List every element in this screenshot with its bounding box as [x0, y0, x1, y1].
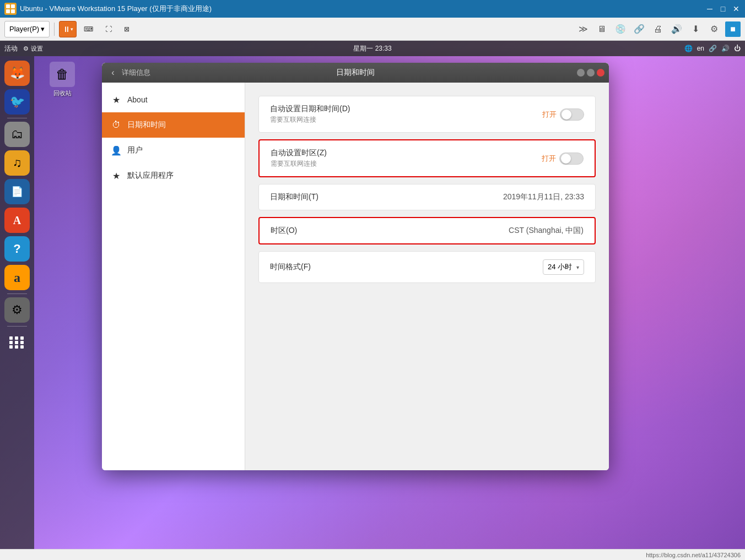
dock-item-firefox[interactable]: 🦊 — [4, 61, 30, 86]
dialog-close-button[interactable] — [597, 69, 604, 77]
player-menu-button[interactable]: Player(P) ▾ — [4, 21, 50, 37]
auto-timezone-toggle[interactable] — [559, 153, 584, 165]
vmware-toolbar: Player(P) ▾ ⏸ ▾ ⌨ ⛶ ⊠ ≫ 🖥 💿 🔗 🖨 🔊 ⬇ ⚙ ■ — [0, 18, 745, 41]
timezone-value: CST (Shanghai, 中国) — [509, 226, 584, 236]
dock-item-amazon[interactable]: a — [4, 265, 30, 290]
taskbar-clock: 星期一 23:33 — [353, 44, 391, 53]
auto-datetime-toggle-knob — [562, 110, 571, 119]
auto-datetime-sublabel: 需要互联网连接 — [270, 115, 350, 124]
app-grid-icon — [9, 336, 25, 349]
sidebar-item-default-apps-label: 默认应用程序 — [127, 171, 174, 181]
sidebar-item-about[interactable]: ★ About — [102, 87, 245, 112]
time-format-label: 时间格式(F) — [270, 262, 311, 272]
dialog-window-controls — [577, 69, 604, 77]
auto-timezone-labels: 自动设置时区(Z) 需要互联网连接 — [271, 148, 327, 168]
auto-timezone-toggle-knob — [561, 154, 571, 164]
settings-dialog: ‹ 详细信息 日期和时间 ★ About ⏱ 日期和时间 — [102, 63, 609, 470]
desktop-icon-trash[interactable]: 🗑 回收站 — [43, 62, 82, 97]
taskbar-right-area: 🌐 en 🔗 🔊 ⏻ — [684, 45, 741, 52]
auto-timezone-sublabel: 需要互联网连接 — [271, 159, 327, 168]
dock-app-grid[interactable] — [4, 330, 30, 355]
dock-item-help[interactable]: ? — [4, 236, 30, 262]
back-arrow-icon: ‹ — [111, 68, 114, 78]
toolbar-right-area: ≫ 🖥 💿 🔗 🖨 🔊 ⬇ ⚙ ■ — [575, 21, 741, 37]
unity-button[interactable]: ⊠ — [119, 21, 134, 37]
auto-datetime-toggle-container: 打开 — [542, 108, 584, 121]
default-apps-icon: ★ — [111, 171, 122, 181]
auto-timezone-toggle-container: 打开 — [542, 153, 584, 165]
datetime-icon: ⏱ — [111, 120, 122, 130]
window-title: Ubuntu - VMware Workstation 15 Player (仅… — [20, 4, 705, 14]
help-button[interactable]: ■ — [725, 21, 741, 37]
dropdown-arrow-icon: ▾ — [576, 264, 579, 270]
users-icon: 👤 — [111, 145, 122, 156]
timezone-value-row[interactable]: 时区(O) CST (Shanghai, 中国) — [258, 217, 596, 244]
dialog-body: ★ About ⏱ 日期和时间 👤 用户 ★ 默认应用程序 — [102, 83, 609, 470]
dock-item-files[interactable]: 🗂 — [4, 122, 30, 147]
download-button[interactable]: ⬇ — [688, 21, 703, 37]
volume-button[interactable]: 🔊 — [669, 21, 684, 37]
auto-timezone-label: 自动设置时区(Z) — [271, 148, 327, 158]
dock-separator — [7, 118, 27, 118]
close-button[interactable]: ✕ — [732, 4, 741, 13]
fast-forward-button[interactable]: ≫ — [575, 21, 591, 37]
time-format-dropdown[interactable]: 24 小时 ▾ — [543, 259, 584, 275]
datetime-value-label: 日期和时间(T) — [270, 192, 318, 202]
fullscreen-icon: ⛶ — [105, 25, 112, 33]
pause-button[interactable]: ⏸ ▾ — [59, 21, 77, 37]
dialog-minimize-button[interactable] — [577, 69, 585, 77]
keyboard-icon: ⌨ — [84, 25, 93, 33]
svg-rect-0 — [6, 4, 10, 8]
sidebar-item-datetime-label: 日期和时间 — [127, 120, 166, 130]
dialog-maximize-button[interactable] — [587, 69, 595, 77]
pause-dropdown-icon: ▾ — [71, 26, 73, 32]
sidebar-item-users[interactable]: 👤 用户 — [102, 138, 245, 163]
timezone-value-label: 时区(O) — [271, 226, 297, 236]
sidebar-item-about-label: About — [127, 95, 148, 104]
sidebar-item-datetime[interactable]: ⏱ 日期和时间 — [102, 112, 245, 138]
vmware-titlebar: Ubuntu - VMware Workstation 15 Player (仅… — [0, 0, 745, 18]
dvd-button[interactable]: 💿 — [613, 21, 628, 37]
settings-label: 设置 — [31, 45, 43, 53]
globe-icon: 🌐 — [684, 45, 693, 52]
dock-item-thunderbird[interactable]: 🐦 — [4, 89, 30, 115]
player-label: Player(P) — [9, 25, 39, 33]
dock-item-rhythmbox[interactable]: ♫ — [4, 150, 30, 176]
sidebar-item-users-label: 用户 — [127, 145, 143, 155]
settings-gear-icon: ⚙ — [23, 45, 29, 52]
print-button[interactable]: 🖨 — [650, 21, 666, 37]
window-controls: ─ □ ✕ — [705, 4, 741, 13]
about-icon: ★ — [111, 95, 122, 105]
datetime-value: 2019年11月11日, 23:33 — [503, 192, 584, 202]
minimize-button[interactable]: ─ — [705, 4, 714, 13]
taskbar-settings-item[interactable]: ⚙ 设置 — [23, 45, 43, 53]
dialog-main-title: 日期和时间 — [336, 68, 375, 78]
auto-datetime-toggle-label: 打开 — [542, 110, 557, 119]
dock-item-settings[interactable]: ⚙ — [4, 297, 30, 323]
svg-rect-1 — [11, 4, 15, 8]
settings-main-content: 自动设置日期和时间(D) 需要互联网连接 打开 自动设置时区(Z) 需要互联网 — [245, 83, 609, 470]
fullscreen-button[interactable]: ⛶ — [100, 21, 117, 37]
vmware-logo — [4, 3, 17, 15]
activities-button[interactable]: 活动 — [4, 44, 18, 53]
dock-item-writer[interactable]: 📄 — [4, 179, 30, 204]
time-format-row: 时间格式(F) 24 小时 ▾ — [258, 251, 596, 283]
auto-datetime-toggle[interactable] — [560, 108, 584, 121]
screen-button[interactable]: 🖥 — [594, 21, 609, 37]
send-ctrl-alt-del-button[interactable]: ⌨ — [79, 21, 98, 37]
network-button[interactable]: 🔗 — [631, 21, 647, 37]
sidebar-item-default-apps[interactable]: ★ 默认应用程序 — [102, 163, 245, 188]
restore-button[interactable]: □ — [719, 4, 727, 13]
dock-separator-2 — [7, 293, 27, 294]
dialog-titlebar: ‹ 详细信息 日期和时间 — [102, 63, 609, 83]
ubuntu-dock: 🦊 🐦 🗂 ♫ 📄 A ? a ⚙ — [0, 56, 34, 549]
dialog-section-title: 详细信息 — [122, 68, 150, 78]
dialog-back-button[interactable]: ‹ — [106, 66, 120, 79]
dock-item-appstore[interactable]: A — [4, 208, 30, 233]
auto-datetime-label: 自动设置日期和时间(D) — [270, 104, 350, 114]
auto-datetime-labels: 自动设置日期和时间(D) 需要互联网连接 — [270, 104, 350, 124]
trash-label: 回收站 — [53, 89, 72, 97]
settings-gear-button[interactable]: ⚙ — [706, 21, 722, 37]
svg-rect-3 — [11, 9, 15, 13]
power-icon: ⏻ — [734, 45, 741, 52]
